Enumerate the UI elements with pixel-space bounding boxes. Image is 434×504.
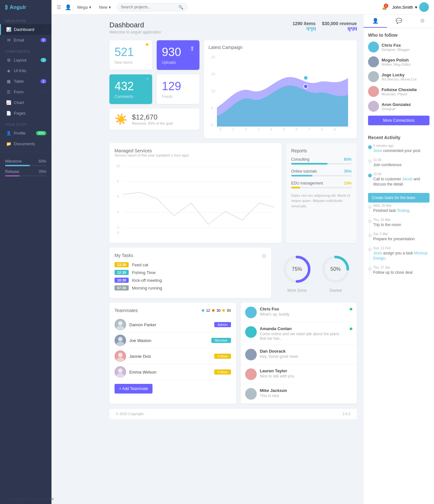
teammate-avatar	[115, 350, 126, 362]
svg-point-35	[116, 326, 124, 330]
msg-avatar	[245, 388, 257, 400]
stats-column: 521 New items 930 Uploads ⬆ ▲ 432	[109, 40, 199, 138]
sidebar-progress: Milestone 60% Release 35%	[0, 155, 51, 184]
follow-info: Chris Fox Designer, Blogger	[382, 43, 410, 52]
search-input[interactable]	[121, 5, 178, 9]
activity-item: Sat, 5 Mar Prepare for presentation	[368, 232, 429, 242]
user-topbar-icon[interactable]: 👤	[65, 4, 71, 10]
activity-link[interactable]: Jacob	[402, 177, 412, 181]
new-nav[interactable]: New ▾	[97, 4, 113, 11]
message-item[interactable]: Chris Fox What's up, buddy	[241, 303, 357, 322]
tasks-row: My Tasks ⊙ 13:30 Feed cat 12:30 Fishing …	[109, 248, 357, 298]
svg-text:6: 6	[296, 128, 298, 131]
svg-text:10: 10	[116, 164, 120, 168]
teammate-row: Jannie Dvis Follow	[115, 348, 231, 364]
comments-label: Comments	[115, 94, 147, 99]
report-item-edu: EDU management 15%	[291, 181, 352, 188]
activity-section: Recent Activity 5 minutes ago Jessi comm…	[364, 135, 434, 284]
documents-icon: 📁	[6, 141, 11, 146]
feeds-value: 129	[162, 80, 194, 93]
task-label: Morning running	[132, 286, 162, 290]
uikits-icon: ◈	[6, 68, 11, 73]
app-logo: ₿ Angulr	[0, 0, 51, 15]
more-connections-button[interactable]: More Connections	[368, 116, 429, 125]
svg-point-37	[116, 342, 124, 346]
svg-point-41	[116, 373, 124, 378]
message-item[interactable]: Amanda Conlan Come online and we need ta…	[241, 322, 357, 345]
tasks-nav-icon[interactable]: ⊙	[262, 253, 266, 259]
follow-info: Mogen Polish Writter, Mag Editor	[382, 58, 411, 66]
msg-text: What's up, buddy	[260, 312, 347, 317]
msg-name: Lauren Taylor	[260, 368, 353, 373]
sidebar-label: Chart	[14, 100, 24, 105]
svg-text:5: 5	[211, 106, 213, 110]
msg-avatar	[245, 307, 257, 318]
teammates-title: Teammates	[115, 308, 138, 313]
table-icon: ▦	[6, 79, 11, 84]
svg-text:9: 9	[334, 128, 336, 131]
page-footer: © 2015 Copyright. 2.0.2	[109, 408, 357, 419]
follow-avatar	[368, 86, 379, 97]
milestone-label: Milestone 60%	[5, 159, 46, 164]
dashboard-icon: 📊	[6, 27, 11, 32]
svg-text:15: 15	[211, 72, 216, 76]
sidebar-item-table[interactable]: ▦ Table 2	[0, 76, 51, 87]
activity-link[interactable]: Jessi	[373, 148, 382, 153]
new-items-value: 521	[115, 45, 147, 59]
svg-point-38	[118, 353, 123, 357]
menu-icon[interactable]: ☰	[57, 4, 61, 10]
notification-bell[interactable]: 🔔 2	[382, 5, 387, 10]
tab-settings[interactable]: ⚙	[411, 14, 434, 28]
sidebar-item-layout[interactable]: ⊞ Layout 3	[0, 55, 51, 65]
managed-card: Managed Services Service report of this …	[109, 143, 282, 243]
tab-messages[interactable]: 💬	[387, 14, 411, 28]
teammate-row: Emma Welson Follow	[115, 364, 231, 380]
sidebar-item-profile[interactable]: 👤 Profile 30%	[0, 128, 51, 138]
activity-link[interactable]: Jessi	[373, 251, 382, 255]
teammate-badge: Follow	[214, 354, 231, 359]
sidebar-item-uikits[interactable]: ◈ UI Kits ›	[0, 65, 51, 76]
profile-icon: 👤	[6, 131, 11, 136]
sidebar-item-documents[interactable]: 📁 Documents	[0, 138, 51, 149]
user-menu[interactable]: John.Smith ▾	[392, 2, 429, 12]
search-box[interactable]: 🔍	[117, 3, 188, 11]
task-time: 10:30	[115, 278, 129, 283]
chevron-icon: ›	[45, 111, 46, 115]
sidebar-item-chart[interactable]: 📈 Chart	[0, 97, 51, 108]
page-subtitle: Welcome to angulr application	[109, 30, 161, 34]
top-stats-row: 521 New items 930 Uploads ⬆ ▲ 432	[109, 40, 357, 138]
sidebar-item-form[interactable]: ☰ Form ›	[0, 87, 51, 97]
sidebar-label: Table	[14, 79, 24, 84]
tab-profile[interactable]: 👤	[364, 14, 387, 28]
create-tasks-button[interactable]: Create tasks for the team	[368, 193, 429, 203]
activity-item: Thu, 10 Mar Trip to the moon	[368, 218, 429, 228]
reports-card: Reports Consulting 60% Online tutorials …	[286, 143, 357, 243]
task-label: Fishing Time	[132, 270, 156, 275]
teammate-name: Jannie Dvis	[129, 354, 211, 359]
msg-name: Mike Jackson	[260, 388, 353, 393]
started-label: Started	[319, 288, 352, 293]
user-chevron-icon: ▾	[415, 5, 417, 10]
svg-text:4: 4	[270, 128, 272, 131]
activity-item: Thu, 17 Jan Follow up to close deal	[368, 266, 429, 275]
svg-point-15	[304, 76, 308, 80]
msg-content: Dan Doorack Hey, Some good news	[260, 349, 353, 359]
message-item[interactable]: Dan Doorack Hey, Some good news	[241, 345, 357, 365]
sidebar-item-pages[interactable]: 📄 Pages ›	[0, 108, 51, 119]
sidebar-label: Dashboard	[14, 27, 34, 32]
mega-nav[interactable]: Mega ▾	[75, 4, 93, 11]
sidebar-item-dashboard[interactable]: 📊 Dashboard ›	[0, 24, 51, 35]
revenue-label: Revenue, 60% of the goal	[132, 121, 173, 125]
form-icon: ☰	[6, 90, 11, 94]
header-stats: 1290 items $30,000 revenue	[292, 21, 357, 32]
activity-link[interactable]: Testing	[397, 208, 409, 213]
chevron-icon: ›	[45, 90, 46, 94]
report-item-consulting: Consulting 60%	[291, 157, 352, 165]
donut-section: 75% Work Done 50% Started	[276, 248, 357, 298]
add-teammate-button[interactable]: + Add Teammate	[115, 384, 152, 394]
sidebar-item-email[interactable]: ✉ Email 9	[0, 35, 51, 45]
message-item[interactable]: Mike Jackson This is nice	[241, 384, 357, 404]
message-item[interactable]: Lauren Taylor Nice to talk with you.	[241, 365, 357, 384]
tasks-card: My Tasks ⊙ 13:30 Feed cat 12:30 Fishing …	[109, 248, 271, 298]
release-bar	[5, 175, 46, 176]
